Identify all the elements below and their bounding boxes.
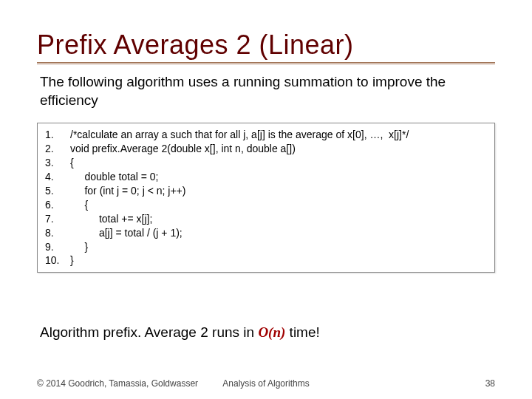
code-line: 3.{: [45, 156, 487, 170]
code-line-number: 9.: [45, 240, 70, 254]
conclusion-suffix: time!: [285, 324, 319, 340]
code-line-text: a[j] = total / (j + 1);: [70, 226, 487, 240]
code-line-text: }: [70, 253, 487, 267]
slide-title: Prefix Averages 2 (Linear): [37, 30, 495, 61]
code-line-number: 4.: [45, 170, 70, 184]
code-line-number: 6.: [45, 198, 70, 212]
code-line: 4. double total = 0;: [45, 170, 487, 184]
intro-text: The following algorithm uses a running s…: [37, 73, 495, 109]
conclusion-mid: runs in: [208, 324, 259, 340]
code-line-number: 1.: [45, 128, 70, 142]
code-line: 1./*calculate an array a such that for a…: [45, 128, 487, 142]
code-line-text: for (int j = 0; j < n; j++): [70, 184, 487, 198]
code-line-number: 2.: [45, 142, 70, 156]
code-line-text: {: [70, 156, 487, 170]
footer-center: Analysis of Algorithms: [222, 378, 309, 389]
code-line: 6. {: [45, 198, 487, 212]
conclusion-prefix: Algorithm: [40, 324, 103, 340]
code-line-text: total += x[j];: [70, 212, 487, 226]
footer-page-number: 38: [485, 378, 495, 389]
code-line: 2.void prefix.Average 2(double x[], int …: [45, 142, 487, 156]
code-line-number: 3.: [45, 156, 70, 170]
code-line-text: /*calculate an array a such that for all…: [70, 128, 487, 142]
slide-footer: © 2014 Goodrich, Tamassia, Goldwasser An…: [37, 378, 495, 389]
conclusion-text: Algorithm prefix. Average 2 runs in O(n)…: [37, 324, 495, 341]
code-line-text: {: [70, 198, 487, 212]
code-line: 5. for (int j = 0; j < n; j++): [45, 184, 487, 198]
conclusion-function-name: prefix. Average 2: [103, 324, 208, 340]
code-line: 8. a[j] = total / (j + 1);: [45, 226, 487, 240]
code-line-number: 8.: [45, 226, 70, 240]
code-line-number: 5.: [45, 184, 70, 198]
code-line: 9. }: [45, 240, 487, 254]
code-line-text: }: [70, 240, 487, 254]
big-o-notation: O(n): [258, 324, 285, 340]
code-line: 10.}: [45, 253, 487, 267]
code-line-number: 10.: [45, 253, 70, 267]
code-box: 1./*calculate an array a such that for a…: [37, 123, 495, 273]
code-line-text: double total = 0;: [70, 170, 487, 184]
footer-copyright: © 2014 Goodrich, Tamassia, Goldwasser: [37, 378, 198, 389]
title-underline: [37, 62, 495, 64]
code-line: 7. total += x[j];: [45, 212, 487, 226]
code-line-number: 7.: [45, 212, 70, 226]
code-line-text: void prefix.Average 2(double x[], int n,…: [70, 142, 487, 156]
